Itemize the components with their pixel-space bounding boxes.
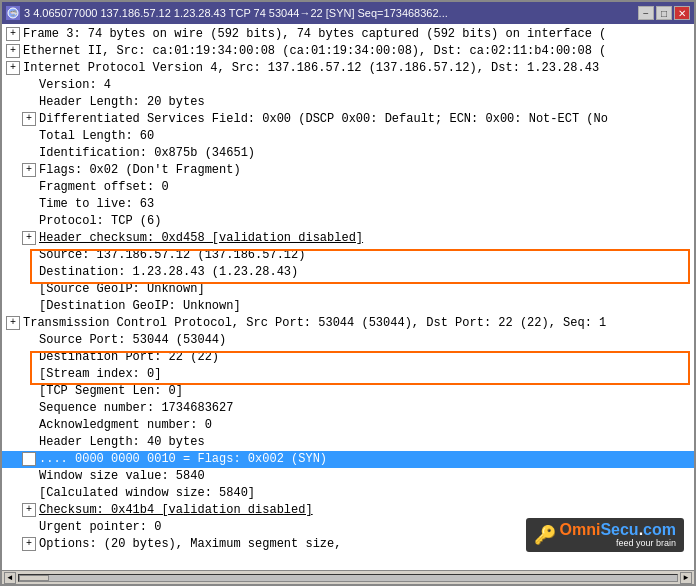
row-text: [Calculated window size: 5840] [39,485,690,502]
packet-tree: +Frame 3: 74 bytes on wire (592 bits), 7… [2,26,694,568]
maximize-button[interactable]: □ [656,6,672,20]
tree-row[interactable]: Window size value: 5840 [2,468,694,485]
expand-icon[interactable]: + [22,537,36,551]
row-text: Frame 3: 74 bytes on wire (592 bits), 74… [23,26,690,43]
row-text: Time to live: 63 [39,196,690,213]
tree-row[interactable]: Destination: 1.23.28.43 (1.23.28.43) [2,264,694,281]
tree-row[interactable]: Version: 4 [2,77,694,94]
tree-row[interactable]: Source Port: 53044 (53044) [2,332,694,349]
row-text: [TCP Segment Len: 0] [39,383,690,400]
minimize-button[interactable]: − [638,6,654,20]
row-text: Acknowledgment number: 0 [39,417,690,434]
expand-icon[interactable]: + [22,112,36,126]
expand-icon[interactable]: + [6,316,20,330]
row-text: Total Length: 60 [39,128,690,145]
tree-row[interactable]: Header Length: 40 bytes [2,434,694,451]
omni-logo-container: 🔑 OmniSecu.com feed your brain [526,518,685,552]
row-text: Source: 137.186.57.12 (137.186.57.12) [39,247,690,264]
tree-row[interactable]: Destination Port: 22 (22) [2,349,694,366]
tree-row[interactable]: Sequence number: 1734683627 [2,400,694,417]
expand-icon[interactable]: + [6,44,20,58]
tree-row[interactable]: +Checksum: 0x41b4 [validation disabled] [2,502,694,519]
row-text: Protocol: TCP (6) [39,213,690,230]
row-text: Header checksum: 0xd458 [validation disa… [39,230,690,247]
scroll-track[interactable] [18,574,678,582]
row-text: .... 0000 0000 0010 = Flags: 0x002 (SYN) [39,451,690,468]
tree-row[interactable]: [Calculated window size: 5840] [2,485,694,502]
row-text: Fragment offset: 0 [39,179,690,196]
brand-secu: Secu [600,521,638,538]
horizontal-scrollbar[interactable]: ◄ ► [2,570,694,584]
tree-row[interactable]: +Flags: 0x02 (Don't Fragment) [2,162,694,179]
row-text: Identification: 0x875b (34651) [39,145,690,162]
tree-row[interactable]: Protocol: TCP (6) [2,213,694,230]
tree-row[interactable]: +Header checksum: 0xd458 [validation dis… [2,230,694,247]
expand-icon[interactable]: + [22,503,36,517]
row-text: Sequence number: 1734683627 [39,400,690,417]
packet-detail-pane: +Frame 3: 74 bytes on wire (592 bits), 7… [2,24,694,570]
window-title: 3 4.065077000 137.186.57.12 1.23.28.43 T… [24,7,448,19]
tree-row[interactable]: +Differentiated Services Field: 0x00 (DS… [2,111,694,128]
row-text: Ethernet II, Src: ca:01:19:34:00:08 (ca:… [23,43,690,60]
row-text: Destination: 1.23.28.43 (1.23.28.43) [39,264,690,281]
row-text: [Destination GeoIP: Unknown] [39,298,690,315]
expand-icon[interactable]: + [22,163,36,177]
row-text: Header Length: 20 bytes [39,94,690,111]
watermark: 🔑 OmniSecu.com feed your brain [526,518,685,552]
scroll-thumb[interactable] [19,575,49,581]
tree-row[interactable]: [Destination GeoIP: Unknown] [2,298,694,315]
tree-row[interactable]: Fragment offset: 0 [2,179,694,196]
scroll-left-button[interactable]: ◄ [4,572,16,584]
row-text: Header Length: 40 bytes [39,434,690,451]
expand-icon[interactable]: + [6,27,20,41]
tree-row[interactable]: Time to live: 63 [2,196,694,213]
row-text: Checksum: 0x41b4 [validation disabled] [39,502,690,519]
row-text: Differentiated Services Field: 0x00 (DSC… [39,111,690,128]
brand-tagline: feed your brain [560,538,677,548]
title-bar: 🦈 3 4.065077000 137.186.57.12 1.23.28.43… [2,2,694,24]
brand-omni: Omni [560,521,601,538]
svg-text:🦈: 🦈 [9,9,18,18]
scroll-right-button[interactable]: ► [680,572,692,584]
row-text: Version: 4 [39,77,690,94]
title-bar-left: 🦈 3 4.065077000 137.186.57.12 1.23.28.43… [6,6,448,20]
row-text: Destination Port: 22 (22) [39,349,690,366]
window-controls: − □ ✕ [638,6,690,20]
tree-row[interactable]: +Internet Protocol Version 4, Src: 137.1… [2,60,694,77]
close-button[interactable]: ✕ [674,6,690,20]
row-text: Window size value: 5840 [39,468,690,485]
tree-row[interactable]: +Ethernet II, Src: ca:01:19:34:00:08 (ca… [2,43,694,60]
tree-row[interactable]: Header Length: 20 bytes [2,94,694,111]
brand-com: com [643,521,676,538]
brand-text: OmniSecu.com feed your brain [560,522,677,548]
expand-icon[interactable]: + [22,231,36,245]
row-text: [Stream index: 0] [39,366,690,383]
tree-row[interactable]: [TCP Segment Len: 0] [2,383,694,400]
main-window: 🦈 3 4.065077000 137.186.57.12 1.23.28.43… [0,0,696,586]
app-icon: 🦈 [6,6,20,20]
tree-row[interactable]: Source: 137.186.57.12 (137.186.57.12) [2,247,694,264]
row-text: Transmission Control Protocol, Src Port:… [23,315,690,332]
expand-icon[interactable]: + [6,61,20,75]
tree-row[interactable]: +Transmission Control Protocol, Src Port… [2,315,694,332]
tree-row[interactable]: +Frame 3: 74 bytes on wire (592 bits), 7… [2,26,694,43]
tree-row[interactable]: Acknowledgment number: 0 [2,417,694,434]
row-text: [Source GeoIP: Unknown] [39,281,690,298]
tree-row[interactable]: [Source GeoIP: Unknown] [2,281,694,298]
key-icon: 🔑 [534,524,556,546]
tree-row[interactable]: [Stream index: 0] [2,366,694,383]
row-text: Internet Protocol Version 4, Src: 137.18… [23,60,690,77]
row-text: Source Port: 53044 (53044) [39,332,690,349]
expand-icon[interactable]: + [22,452,36,466]
tree-row[interactable]: Total Length: 60 [2,128,694,145]
row-text: Flags: 0x02 (Don't Fragment) [39,162,690,179]
tree-row[interactable]: +.... 0000 0000 0010 = Flags: 0x002 (SYN… [2,451,694,468]
tree-row[interactable]: Identification: 0x875b (34651) [2,145,694,162]
